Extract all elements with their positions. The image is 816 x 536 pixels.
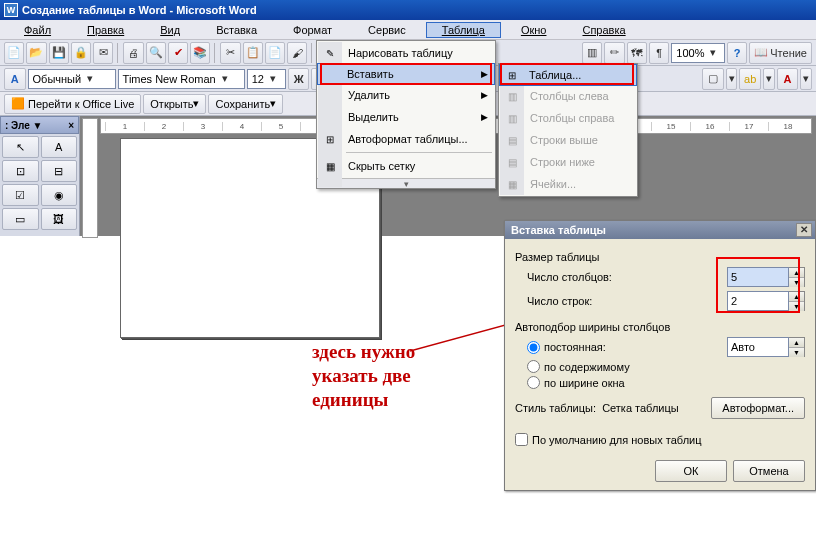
radio-content-label: по содержимому <box>544 361 630 373</box>
side-tool-group[interactable]: ⊡ <box>2 160 39 182</box>
spin-down[interactable]: ▼ <box>789 278 804 287</box>
submenu-insert-table[interactable]: ⊞ Таблица... <box>499 64 637 86</box>
dialog-close-button[interactable]: ✕ <box>796 223 812 237</box>
menu-format[interactable]: Формат <box>277 22 348 38</box>
menu-insert[interactable]: Вставка <box>200 22 273 38</box>
spin-up[interactable]: ▲ <box>789 338 804 348</box>
open-live-button[interactable]: Открыть ▾ <box>143 94 206 114</box>
toolbar-separator <box>311 43 313 63</box>
help-button[interactable]: ? <box>727 42 747 64</box>
highlight-dropdown[interactable]: ▾ <box>763 68 775 90</box>
show-marks-button[interactable]: ¶ <box>649 42 669 64</box>
rows-spinner[interactable]: ▲▼ <box>727 291 805 311</box>
radio-window-label: по ширине окна <box>544 377 625 389</box>
cols-left-icon: ▥ <box>504 88 520 104</box>
side-tool-combo[interactable]: ▭ <box>2 208 39 230</box>
doc-map-button[interactable]: 🗺 <box>627 42 647 64</box>
copy-button[interactable]: 📋 <box>243 42 263 64</box>
side-tool-img[interactable]: 🖼 <box>41 208 78 230</box>
read-mode-button[interactable]: 📖 Чтение <box>749 42 812 64</box>
fixed-width-spinner[interactable]: ▲▼ <box>727 337 805 357</box>
highlight-button[interactable]: ab <box>739 68 761 90</box>
font-color-dropdown[interactable]: ▾ <box>800 68 812 90</box>
menu-autoformat[interactable]: ⊞ Автоформат таблицы... <box>318 128 494 150</box>
print-button[interactable]: 🖨 <box>123 42 143 64</box>
side-tool-check[interactable]: ☑ <box>2 184 39 206</box>
blank-icon <box>322 66 338 82</box>
radio-content[interactable] <box>527 360 540 373</box>
submenu-rows-below: ▤ Строки ниже <box>500 151 636 173</box>
fixed-width-input[interactable] <box>727 337 789 357</box>
ok-button[interactable]: ОК <box>655 460 727 482</box>
columns-button[interactable]: ▥ <box>582 42 602 64</box>
menu-file[interactable]: Файл <box>8 22 67 38</box>
cols-right-icon: ▥ <box>504 110 520 126</box>
menu-select-submenu[interactable]: Выделить ▶ <box>318 106 494 128</box>
radio-fixed[interactable] <box>527 341 540 354</box>
rows-label: Число строк: <box>515 295 727 307</box>
rows-input[interactable] <box>727 291 789 311</box>
menu-window[interactable]: Окно <box>505 22 563 38</box>
spin-down[interactable]: ▼ <box>789 348 804 357</box>
chevron-down-icon: ▾ <box>266 72 280 85</box>
save-live-button[interactable]: Сохранить ▾ <box>208 94 283 114</box>
cut-button[interactable]: ✂ <box>220 42 240 64</box>
menu-expand[interactable]: ▾ <box>317 178 495 188</box>
spin-up[interactable]: ▲ <box>789 292 804 302</box>
toolbar-separator <box>117 43 119 63</box>
permission-button[interactable]: 🔒 <box>71 42 91 64</box>
menu-separator <box>346 152 492 153</box>
submenu-arrow-icon: ▶ <box>481 69 488 79</box>
office-live-button[interactable]: 🟧 Перейти к Office Live <box>4 94 141 114</box>
cancel-button[interactable]: Отмена <box>733 460 805 482</box>
default-checkbox[interactable] <box>515 433 528 446</box>
dialog-titlebar: Вставка таблицы ✕ <box>505 221 815 239</box>
styles-pane-button[interactable]: A <box>4 68 26 90</box>
side-tool-group2[interactable]: ⊟ <box>41 160 78 182</box>
autoformat-button[interactable]: Автоформат... <box>711 397 805 419</box>
spellcheck-button[interactable]: ✔ <box>168 42 188 64</box>
paste-button[interactable]: 📄 <box>265 42 285 64</box>
border-dropdown[interactable]: ▾ <box>726 68 738 90</box>
side-panel-title: : Эле ▼ × <box>0 116 79 134</box>
menu-delete-submenu[interactable]: Удалить ▶ <box>318 84 494 106</box>
rows-below-icon: ▤ <box>504 154 520 170</box>
menu-table[interactable]: Таблица <box>426 22 501 38</box>
style-combo[interactable]: Обычный▾ <box>28 69 116 89</box>
submenu-rows-above: ▤ Строки выше <box>500 129 636 151</box>
side-tool-select[interactable]: ↖ <box>2 136 39 158</box>
menu-hide-grid[interactable]: ▦ Скрыть сетку <box>318 155 494 177</box>
mail-button[interactable]: ✉ <box>93 42 113 64</box>
style-label: Стиль таблицы: Сетка таблицы <box>515 402 679 414</box>
menu-view[interactable]: Вид <box>144 22 196 38</box>
submenu-cells: ▦ Ячейки... <box>500 173 636 195</box>
menu-tools[interactable]: Сервис <box>352 22 422 38</box>
preview-button[interactable]: 🔍 <box>146 42 166 64</box>
spin-up[interactable]: ▲ <box>789 268 804 278</box>
bold-button[interactable]: Ж <box>288 68 310 90</box>
cols-spinner[interactable]: ▲▼ <box>727 267 805 287</box>
menu-edit[interactable]: Правка <box>71 22 140 38</box>
zoom-combo[interactable]: 100%▾ <box>671 43 725 63</box>
font-combo[interactable]: Times New Roman▾ <box>118 69 245 89</box>
font-color-button[interactable]: A <box>777 68 799 90</box>
save-button[interactable]: 💾 <box>49 42 69 64</box>
research-button[interactable]: 📚 <box>190 42 210 64</box>
menu-help[interactable]: Справка <box>566 22 641 38</box>
side-tool-radio[interactable]: ◉ <box>41 184 78 206</box>
table-icon: ⊞ <box>504 67 520 83</box>
chevron-down-icon: ▾ <box>83 72 97 85</box>
radio-window[interactable] <box>527 376 540 389</box>
cols-input[interactable] <box>727 267 789 287</box>
spin-down[interactable]: ▼ <box>789 302 804 311</box>
menu-draw-table[interactable]: ✎ Нарисовать таблицу <box>318 42 494 64</box>
open-button[interactable]: 📂 <box>26 42 46 64</box>
drawing-button[interactable]: ✏ <box>604 42 624 64</box>
format-painter-button[interactable]: 🖌 <box>287 42 307 64</box>
menu-insert-submenu[interactable]: Вставить ▶ <box>317 63 495 85</box>
side-tool-text[interactable]: A <box>41 136 78 158</box>
outside-border-button[interactable]: ▢ <box>702 68 724 90</box>
font-size-combo[interactable]: 12▾ <box>247 69 286 89</box>
close-icon[interactable]: × <box>68 120 74 131</box>
new-doc-button[interactable]: 📄 <box>4 42 24 64</box>
